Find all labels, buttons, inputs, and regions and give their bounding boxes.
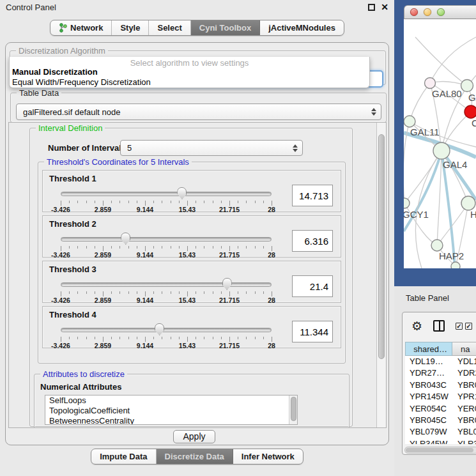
threshold-slider[interactable]: -3.4262.8599.14415.4321.71528 xyxy=(61,187,272,211)
network-node-red[interactable] xyxy=(464,105,476,118)
table-row[interactable]: YBL079WYBL0 xyxy=(405,426,476,438)
scrollbar-thumb[interactable] xyxy=(291,397,296,421)
control-panel-window: Control Panel ✕ Network Style Select xyxy=(0,0,394,476)
network-node-green[interactable] xyxy=(461,196,475,210)
attribute-list-item[interactable]: BetweennessCentrality xyxy=(45,416,297,425)
number-of-intervals-label: Number of Intervals xyxy=(48,143,126,153)
threshold-label: Threshold 1 xyxy=(49,174,96,183)
numerical-attributes-list[interactable]: SelfLoopsTopologicalCoefficientBetweenne… xyxy=(45,395,298,425)
threshold-slider[interactable]: -3.4262.8599.14415.4321.71528 xyxy=(61,323,272,348)
network-canvas[interactable]: GAL80GACGAL11GAL4GCY1HHAP2 xyxy=(404,19,476,268)
list-scrollbar[interactable] xyxy=(289,395,297,424)
attribute-list-item[interactable]: TopologicalCoefficient xyxy=(45,406,297,416)
network-node-green[interactable] xyxy=(433,142,450,159)
cell-shared-name[interactable]: YER054C xyxy=(405,403,452,415)
table-row[interactable]: YBR045CYBR0 xyxy=(405,415,476,426)
table-row[interactable]: YER054CYER0 xyxy=(405,403,476,415)
threshold-slider[interactable]: -3.4262.8599.14415.4321.71528 xyxy=(61,233,272,257)
cell-shared-name[interactable]: YPR145W xyxy=(405,391,452,403)
tab-impute-data[interactable]: Impute Data xyxy=(91,449,156,464)
cell-shared-name[interactable]: YDR27… xyxy=(405,367,452,379)
table-horizontal-scrollbar[interactable] xyxy=(404,447,476,454)
tab-style[interactable]: Style xyxy=(112,20,149,35)
mac-minimize-icon[interactable] xyxy=(424,8,431,16)
dropdown-option[interactable]: Equal Width/Frequency Discretization xyxy=(10,77,369,88)
tab-cyni-toolbox[interactable]: Cyni Toolbox xyxy=(191,20,260,35)
cell-shared-name[interactable]: YBR043C xyxy=(405,380,452,391)
checkbox-icon[interactable]: ✓ xyxy=(456,323,463,330)
slider-thumb[interactable] xyxy=(155,323,164,335)
tab-infer-network[interactable]: Infer Network xyxy=(233,449,303,464)
slider-thumb[interactable] xyxy=(121,233,130,245)
table-data-combobox[interactable]: galFiltered.sif default node xyxy=(16,104,381,120)
slider-track[interactable] xyxy=(61,282,272,287)
node-label: GCY1 xyxy=(404,209,429,220)
cell-name[interactable]: YDL1 xyxy=(452,356,476,367)
cell-shared-name[interactable]: YDL19… xyxy=(405,356,452,367)
slider-track[interactable] xyxy=(61,192,272,196)
cyni-toolbox-panel: Discretization Algorithm Select algorith… xyxy=(5,42,389,445)
checkbox-icon[interactable]: ✓ xyxy=(465,323,472,330)
scrollbar-thumb[interactable] xyxy=(406,448,473,452)
table-row[interactable]: YPR145WYPR1 xyxy=(405,391,476,403)
network-view-frame: GAL80GACGAL11GAL4GCY1HHAP2 xyxy=(394,0,476,286)
float-window-icon[interactable] xyxy=(368,4,375,11)
cell-name[interactable]: YPR1 xyxy=(452,391,476,403)
tab-discretize-data[interactable]: Discretize Data xyxy=(157,449,233,464)
cell-name[interactable]: YBR0 xyxy=(452,415,476,426)
gear-icon[interactable]: ⚙ xyxy=(411,320,422,332)
node-label: GAL11 xyxy=(410,127,440,137)
threshold-value-field[interactable]: 14.713 xyxy=(292,185,333,206)
interval-definition-group: Interval Definition Number of Intervals … xyxy=(29,128,353,427)
threshold-value-field[interactable]: 21.4 xyxy=(292,275,333,297)
cell-name[interactable]: YBR0 xyxy=(452,380,476,391)
gray-edge[interactable] xyxy=(415,37,467,86)
network-node-green[interactable] xyxy=(461,80,473,92)
threshold-slider[interactable]: -3.4262.8599.14415.4321.71528 xyxy=(61,278,272,302)
table-row[interactable]: YDR27…YDR2 xyxy=(405,367,476,379)
cell-name[interactable]: YER0 xyxy=(452,403,476,415)
columns-icon[interactable] xyxy=(433,320,445,332)
mac-close-icon[interactable] xyxy=(410,8,418,16)
network-node-green[interactable] xyxy=(404,116,415,127)
threshold-label: Threshold 4 xyxy=(49,310,96,319)
panel-scrollbar[interactable] xyxy=(376,123,386,427)
cell-name[interactable]: YBL0 xyxy=(452,426,476,438)
slider-track[interactable] xyxy=(61,328,272,332)
node-table[interactable]: shared… na YDL19…YDL1YDR27…YDR2YBR043CYB… xyxy=(405,342,476,444)
number-of-intervals-combobox[interactable]: 5 xyxy=(120,140,303,156)
network-node-green[interactable] xyxy=(404,198,410,208)
network-window-titlebar[interactable] xyxy=(404,5,476,19)
gray-edge[interactable] xyxy=(410,83,430,121)
close-window-icon[interactable]: ✕ xyxy=(381,4,388,11)
table-panel-title: Table Panel xyxy=(406,293,449,303)
column-header-name[interactable]: na xyxy=(452,342,476,356)
slider-track[interactable] xyxy=(61,237,272,242)
column-header-shared[interactable]: shared… xyxy=(405,342,452,356)
cell-name[interactable]: YDR2 xyxy=(452,367,476,379)
dropdown-placeholder-item[interactable]: Select algorithm to view settings xyxy=(10,57,369,67)
table-row[interactable]: YDL19…YDL1 xyxy=(405,356,476,367)
apply-button[interactable]: Apply xyxy=(173,430,215,443)
mac-zoom-icon[interactable] xyxy=(437,8,445,16)
table-panel-box: ⚙ ✓ ✓ shared… na YDL19…YDL1YDR27…YDR2YBR… xyxy=(402,312,476,455)
table-row[interactable]: YLR345WYLR3 xyxy=(405,438,476,444)
cell-shared-name[interactable]: YLR345W xyxy=(405,438,452,444)
tab-select[interactable]: Select xyxy=(149,20,190,35)
cell-shared-name[interactable]: YBR045C xyxy=(405,415,452,426)
slider-thumb[interactable] xyxy=(222,278,232,290)
threshold-value-field[interactable]: 11.344 xyxy=(292,321,333,342)
tab-network[interactable]: Network xyxy=(50,20,112,35)
threshold-value-field[interactable]: 6.316 xyxy=(292,230,333,252)
network-node-pink[interactable] xyxy=(425,78,436,89)
network-node-green[interactable] xyxy=(431,240,443,251)
scrollbar-thumb[interactable] xyxy=(378,134,385,359)
slider-thumb[interactable] xyxy=(177,187,187,199)
table-row[interactable]: YBR043CYBR0 xyxy=(405,380,476,391)
cell-name[interactable]: YLR3 xyxy=(452,438,476,444)
dropdown-option[interactable]: Manual Discretization xyxy=(10,67,369,77)
attribute-list-item[interactable]: SelfLoops xyxy=(45,395,297,406)
cell-shared-name[interactable]: YBL079W xyxy=(405,426,452,438)
network-node-green[interactable] xyxy=(451,262,460,268)
tab-jactivemnodules[interactable]: jActiveMNodules xyxy=(260,20,344,35)
